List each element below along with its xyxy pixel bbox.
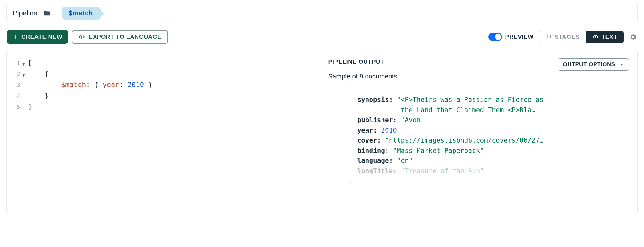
doc-field: binding: "Mass Market Paperback" xyxy=(357,146,621,156)
output-title: PIPELINE OUTPUT xyxy=(328,58,384,65)
code-token: ] xyxy=(28,101,32,112)
breadcrumb-bar: Pipeline $match xyxy=(6,3,638,23)
fold-arrow-icon[interactable]: ▼ xyxy=(22,61,28,68)
line-number: 1 xyxy=(12,58,20,68)
code-token: $match: { year: 2010 } xyxy=(28,79,152,90)
folder-icon xyxy=(43,10,51,17)
braces-icon xyxy=(545,34,552,40)
code-token: } xyxy=(28,90,49,101)
code-token: [ xyxy=(28,57,32,68)
caret-down-icon xyxy=(620,63,624,67)
output-options-button[interactable]: OUTPUT OPTIONS xyxy=(558,58,629,71)
document-card[interactable]: synopsis: "<P>Theirs was a Passion as Fi… xyxy=(349,87,630,184)
view-mode-text[interactable]: TEXT xyxy=(586,31,624,43)
create-new-label: CREATE NEW xyxy=(21,33,62,40)
code-line: 3 $match: { year: 2010 } xyxy=(12,79,313,90)
code-line: 2 ▼ { xyxy=(12,68,313,79)
breadcrumb-label: Pipeline xyxy=(13,9,37,17)
toolbar: CREATE NEW EXPORT TO LANGUAGE PREVIEW ST… xyxy=(6,30,638,44)
doc-field-cont: the Land that Claimed Them <P>Bla…" xyxy=(357,105,621,115)
output-options-label: OUTPUT OPTIONS xyxy=(563,61,615,68)
line-number: 5 xyxy=(12,102,20,112)
preview-toggle-group: PREVIEW xyxy=(488,33,534,41)
workspace: 1 ▼ [ 2 ▼ { 3 $match: { year: 2010 } 4 }… xyxy=(6,51,638,213)
create-new-button[interactable]: CREATE NEW xyxy=(7,30,68,44)
view-mode-stages-label: STAGES xyxy=(555,33,580,40)
fold-arrow-icon[interactable]: ▼ xyxy=(22,72,28,78)
preview-toggle-label: PREVIEW xyxy=(505,33,534,40)
doc-field: longTitle: "Treasure of the Sun" xyxy=(357,166,621,176)
code-icon xyxy=(592,34,599,40)
line-number: 2 xyxy=(12,69,20,79)
stage-tag-match[interactable]: $match xyxy=(62,7,99,20)
code-editor[interactable]: 1 ▼ [ 2 ▼ { 3 $match: { year: 2010 } 4 }… xyxy=(7,51,318,213)
output-header: PIPELINE OUTPUT OUTPUT OPTIONS xyxy=(328,58,630,71)
view-mode-text-label: TEXT xyxy=(601,33,617,40)
line-number: 3 xyxy=(12,80,20,90)
view-mode-segmented: STAGES TEXT xyxy=(539,31,624,43)
plus-icon xyxy=(13,34,18,40)
doc-field: language: "en" xyxy=(357,156,621,166)
pipeline-folder-selector[interactable] xyxy=(43,10,57,17)
code-line: 1 ▼ [ xyxy=(12,57,313,68)
code-line: 5 ] xyxy=(12,101,313,112)
toolbar-right: PREVIEW STAGES TEXT xyxy=(488,31,637,43)
output-subtitle: Sample of 9 documents xyxy=(328,73,630,80)
export-language-label: EXPORT TO LANGUAGE xyxy=(89,33,161,40)
code-line: 4 } xyxy=(12,90,313,101)
doc-field: cover: "https://images.isbndb.com/covers… xyxy=(357,135,621,146)
export-language-button[interactable]: EXPORT TO LANGUAGE xyxy=(72,30,168,44)
view-mode-stages[interactable]: STAGES xyxy=(539,31,586,43)
doc-field: synopsis: "<P>Theirs was a Passion as Fi… xyxy=(357,95,621,105)
line-number: 4 xyxy=(12,91,20,101)
settings-gear-icon[interactable] xyxy=(629,33,637,41)
doc-field: publisher: "Avon" xyxy=(357,115,621,125)
doc-field: year: 2010 xyxy=(357,125,621,136)
toolbar-left: CREATE NEW EXPORT TO LANGUAGE xyxy=(7,30,168,44)
output-pane: PIPELINE OUTPUT OUTPUT OPTIONS Sample of… xyxy=(318,51,638,213)
code-icon xyxy=(78,34,86,40)
code-token: { xyxy=(28,68,49,79)
preview-toggle[interactable] xyxy=(488,33,502,41)
caret-down-icon xyxy=(53,11,57,15)
